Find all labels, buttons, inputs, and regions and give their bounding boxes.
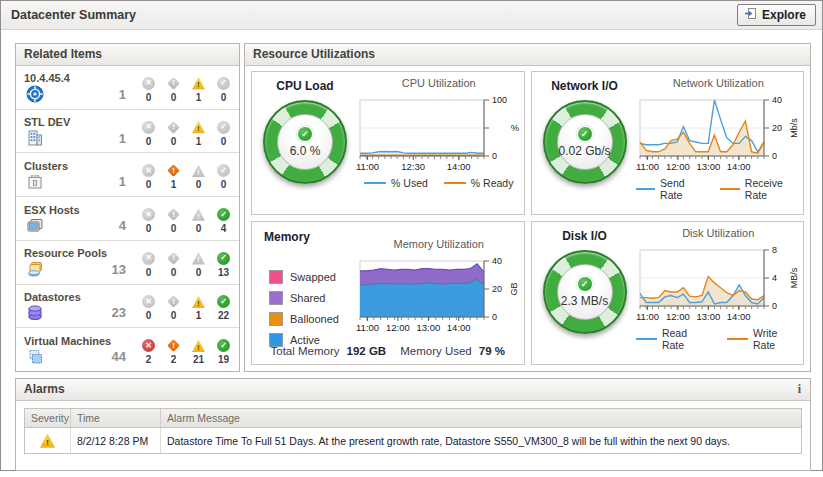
- status-cell-critical[interactable]: !2: [164, 339, 183, 365]
- status-count: 0: [146, 311, 152, 321]
- vcenter-icon: [26, 85, 46, 103]
- normal-status-icon: ✓: [217, 208, 230, 221]
- resource-utilizations-header: Resource Utilizations: [245, 44, 810, 66]
- warning-status-icon: !: [192, 121, 205, 134]
- status-cell-fatal[interactable]: ✕2: [139, 339, 158, 365]
- cpu-quadrant: CPU Load ✓ 6.0 % CPU Utilization 010011:…: [251, 71, 525, 215]
- related-items-panel: Related Items 10.4.45.4 1 ✕0!0!1✓0 STL D…: [15, 43, 240, 372]
- related-item-row[interactable]: STL DEV 1 ✕0!0!1✓0: [16, 110, 239, 154]
- status-cell-fatal[interactable]: ✕0: [139, 252, 158, 278]
- legend-item: Write Rate: [727, 327, 801, 351]
- status-cell-critical[interactable]: !0: [164, 77, 183, 103]
- status-count: 0: [196, 268, 202, 278]
- status-cell-critical[interactable]: !0: [164, 208, 183, 234]
- critical-status-icon: !: [167, 121, 180, 134]
- cpu-load-gauge[interactable]: ✓ 6.0 %: [263, 100, 347, 184]
- status-cell-normal[interactable]: ✓0: [214, 164, 233, 190]
- status-cell-critical[interactable]: !1: [164, 164, 183, 190]
- status-cell-normal[interactable]: ✓22: [214, 295, 233, 321]
- critical-status-icon: !: [167, 208, 180, 221]
- alarms-table-header-row: Severity Time Alarm Message: [25, 409, 801, 428]
- related-item-row[interactable]: ESX Hosts 4 ✕0!0!0✓4: [16, 197, 239, 241]
- status-cell-normal[interactable]: ✓13: [214, 252, 233, 278]
- fatal-status-icon: ✕: [142, 252, 155, 265]
- network-utilization-chart[interactable]: 0204011:0012:0013:0014:00Mb/s: [636, 92, 802, 176]
- legend-swatch: [727, 338, 748, 340]
- status-cell-normal[interactable]: ✓4: [214, 208, 233, 234]
- related-item-row[interactable]: Datastores 23 ✕0!0!1✓22: [16, 285, 239, 329]
- memory-quadrant: Memory SwappedSharedBalloonedActive Memo…: [251, 221, 525, 365]
- status-cell-warning[interactable]: !1: [189, 121, 208, 147]
- disk-utilization-chart-title: Disk Utilization: [636, 227, 802, 242]
- related-item-count: 1: [119, 131, 126, 146]
- related-item-name: 10.4.45.4: [24, 72, 138, 84]
- related-item-name: ESX Hosts: [24, 204, 138, 216]
- status-cell-warning[interactable]: !0: [189, 208, 208, 234]
- network-io-gauge[interactable]: ✓ 0.02 Gb/s: [543, 100, 627, 184]
- status-cell-fatal[interactable]: ✕0: [139, 295, 158, 321]
- status-cell-fatal[interactable]: ✕0: [139, 77, 158, 103]
- status-cell-warning[interactable]: !1: [189, 77, 208, 103]
- explore-button[interactable]: Explore: [737, 4, 816, 26]
- status-cell-critical[interactable]: !0: [164, 121, 183, 147]
- disk-utilization-chart[interactable]: 04811:0012:0013:0014:00MB/s: [636, 242, 802, 326]
- status-cell-critical[interactable]: !0: [164, 295, 183, 321]
- memory-footer: Total Memory192 GBMemory Used79 %: [252, 345, 524, 357]
- normal-status-icon: ✓: [217, 164, 230, 177]
- status-count: 0: [221, 137, 227, 147]
- related-item-count: 1: [119, 87, 126, 102]
- svg-text:14:00: 14:00: [447, 161, 471, 172]
- vm-icon: [26, 348, 46, 366]
- critical-status-icon: !: [167, 252, 180, 265]
- status-count: 0: [146, 224, 152, 234]
- cpu-utilization-chart-title: CPU Utilization: [356, 77, 522, 92]
- related-item-count: 1: [119, 174, 126, 189]
- legend-label: Shared: [290, 292, 325, 304]
- legend-label: Ballooned: [290, 313, 339, 325]
- warning-status-icon: !: [192, 164, 205, 177]
- status-cell-warning[interactable]: !1: [189, 295, 208, 321]
- svg-text:11:00: 11:00: [356, 161, 379, 172]
- network-io-value: 0.02 Gb/s: [558, 144, 610, 158]
- normal-status-icon: ✓: [217, 339, 230, 352]
- status-cell-warning[interactable]: !0: [189, 252, 208, 278]
- disk-io-gauge[interactable]: ✓ 2.3 MB/s: [543, 250, 627, 334]
- critical-status-icon: !: [167, 164, 180, 177]
- status-cell-warning[interactable]: !21: [189, 339, 208, 365]
- related-item-row[interactable]: Clusters 1 ✕0!1!0✓0: [16, 153, 239, 197]
- status-count: 19: [218, 355, 229, 365]
- status-cell-fatal[interactable]: ✕0: [139, 208, 158, 234]
- alarm-row[interactable]: ! 8/2/12 8:28 PM Datastore Time To Full …: [25, 428, 801, 453]
- status-count: 0: [221, 180, 227, 190]
- info-icon[interactable]: i: [798, 379, 801, 400]
- network-utilization-chart-title: Network Utilization: [636, 77, 802, 92]
- datacenter-summary-window: Datacenter Summary Explore Related Items…: [0, 0, 823, 471]
- status-cell-normal[interactable]: ✓0: [214, 77, 233, 103]
- total-memory-value: 192 GB: [347, 345, 387, 357]
- disk-io-value: 2.3 MB/s: [561, 294, 608, 308]
- status-count: 0: [221, 93, 227, 103]
- status-count: 0: [171, 224, 177, 234]
- warning-status-icon: !: [40, 433, 55, 448]
- related-item-row[interactable]: 10.4.45.4 1 ✕0!0!1✓0: [16, 66, 239, 110]
- status-cell-normal[interactable]: ✓0: [214, 121, 233, 147]
- status-cell-fatal[interactable]: ✕0: [139, 121, 158, 147]
- status-count: 1: [171, 180, 177, 190]
- status-count: 1: [196, 93, 202, 103]
- related-item-row[interactable]: Resource Pools 13 ✕0!0!0✓13: [16, 241, 239, 285]
- status-cell-fatal[interactable]: ✕0: [139, 164, 158, 190]
- legend-swatch: [444, 182, 466, 184]
- column-header-time: Time: [71, 409, 161, 427]
- status-count: 0: [171, 311, 177, 321]
- memory-legend-item: Swapped: [269, 270, 339, 284]
- memory-utilization-chart[interactable]: 0204011:0012:0013:0014:00GB: [356, 253, 522, 337]
- related-item-row[interactable]: Virtual Machines 44 ✕2!2!21✓19: [16, 328, 239, 371]
- svg-text:8: 8: [772, 245, 777, 255]
- svg-text:%: %: [511, 122, 520, 133]
- status-cell-normal[interactable]: ✓19: [214, 339, 233, 365]
- normal-status-icon: ✓: [217, 77, 230, 90]
- status-cell-critical[interactable]: !0: [164, 252, 183, 278]
- status-count: 13: [218, 268, 229, 278]
- cpu-utilization-chart[interactable]: 010011:0012:3014:00%: [356, 92, 522, 176]
- status-cell-warning[interactable]: !0: [189, 164, 208, 190]
